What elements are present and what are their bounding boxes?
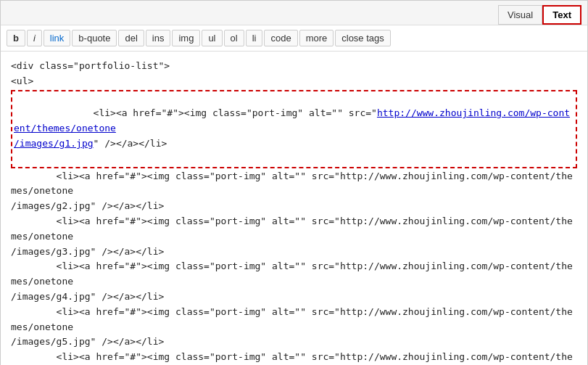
toolbar-ul[interactable]: ul (202, 30, 222, 46)
tab-visual[interactable]: Visual (498, 5, 542, 25)
toolbar-del[interactable]: del (118, 30, 144, 46)
toolbar-ol[interactable]: ol (224, 30, 244, 46)
toolbar-more[interactable]: more (299, 30, 334, 46)
toolbar-link[interactable]: link (44, 30, 71, 46)
toolbar-italic[interactable]: i (27, 30, 42, 46)
tab-bar: Visual Text (1, 1, 587, 25)
url-link-g1-2[interactable]: /images/g1.jpg (14, 138, 94, 149)
url-link-g1[interactable]: http://www.zhoujinling.com/wp-content/th… (14, 107, 570, 134)
toolbar: b i link b-quote del ins img ul ol li co… (1, 25, 587, 52)
toolbar-code[interactable]: code (264, 30, 297, 46)
toolbar-bold[interactable]: b (7, 30, 25, 46)
code-line-div-open: <div class="portfolio-list"> (11, 59, 577, 74)
toolbar-close-tags[interactable]: close tags (335, 30, 391, 46)
toolbar-bquote[interactable]: b-quote (72, 30, 117, 46)
toolbar-li[interactable]: li (246, 30, 263, 46)
tab-text[interactable]: Text (542, 5, 581, 25)
editor-content[interactable]: <div class="portfolio-list"> <ul> <li><a… (1, 52, 587, 365)
editor-container: Visual Text b i link b-quote del ins img… (0, 0, 588, 365)
code-line-li-3: <li><a href="#"><img class="port-img" al… (11, 214, 577, 259)
code-line-li-1: <li><a href="#"><img class="port-img" al… (11, 90, 577, 168)
code-line-li-6: <li><a href="#"><img class="port-img" al… (11, 350, 577, 365)
code-line-li-4: <li><a href="#"><img class="port-img" al… (11, 259, 577, 304)
code-line-li-2: <li><a href="#"><img class="port-img" al… (11, 169, 577, 214)
code-line-ul-open: <ul> (11, 74, 577, 89)
code-line-li-5: <li><a href="#"><img class="port-img" al… (11, 305, 577, 350)
toolbar-img[interactable]: img (172, 30, 200, 46)
toolbar-ins[interactable]: ins (146, 30, 171, 46)
